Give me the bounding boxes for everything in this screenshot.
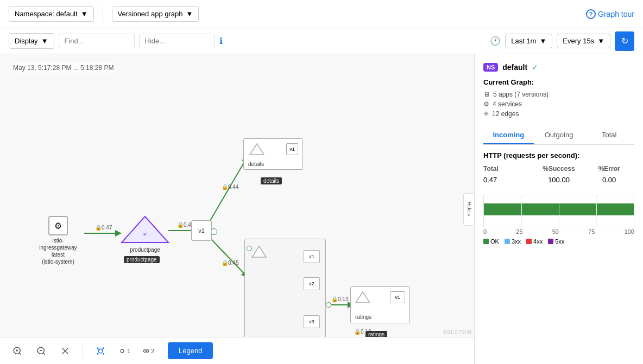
svg-line-2: [209, 157, 247, 222]
svg-marker-23: [250, 144, 264, 155]
gridline-25: [521, 195, 522, 227]
legend-4xx-label: 4xx: [533, 238, 543, 245]
hide-label: Hide: [467, 202, 472, 212]
services-label: 4 services: [493, 100, 522, 108]
legend-4xx-dot: [526, 239, 532, 244]
graph-type-dropdown-icon: ▼: [186, 10, 193, 18]
services-info: ⚙ 4 services: [483, 100, 634, 108]
ns-check-icon: ✓: [532, 63, 538, 72]
axis-0: 0: [483, 228, 487, 235]
reviews-box[interactable]: v1 v2 v3 reviews: [244, 239, 326, 347]
connector-circle-2: [247, 246, 252, 251]
node1-count: 1: [127, 348, 130, 354]
toolbar-separator: [83, 344, 83, 357]
svg-text:🔒0.47: 🔒0.47: [95, 224, 112, 231]
connector-circle: [211, 228, 217, 235]
time-range-dropdown-icon: ▼: [539, 37, 546, 45]
edges-info: ✳ 12 edges: [483, 110, 634, 118]
second-bar-left: Display ▼ ℹ: [9, 33, 223, 49]
metrics-header: Total %Success %Error: [483, 165, 634, 173]
node1-button[interactable]: 1: [116, 342, 133, 360]
legend-5xx: 5xx: [548, 238, 564, 245]
http-title: HTTP (requests per second):: [483, 151, 634, 159]
node2-button[interactable]: 2: [140, 342, 157, 360]
chart-container: [483, 195, 634, 227]
graph-type-dropdown[interactable]: Versioned app graph ▼: [112, 6, 199, 22]
legend-4xx: 4xx: [526, 238, 543, 245]
display-label: Display: [15, 37, 38, 45]
ratings-box[interactable]: v1 ratings: [350, 286, 410, 323]
svg-text:🔒0.13: 🔒0.13: [331, 296, 349, 303]
refresh-icon: ↻: [621, 36, 628, 46]
graph-type-label: Versioned app graph: [118, 10, 183, 18]
ratings-label: ratings: [355, 314, 371, 320]
svg-line-29: [20, 353, 21, 354]
hide-panel-toggle[interactable]: Hide »: [463, 193, 474, 226]
productpage-node[interactable]: P: [121, 215, 169, 245]
history-icon: 🕐: [490, 36, 501, 46]
node-icon: [96, 346, 105, 356]
legend-label: Legend: [179, 347, 202, 355]
legend-ok-dot: [483, 239, 489, 244]
legend-button[interactable]: Legend: [168, 342, 213, 359]
graph-area[interactable]: May 13, 5:17:28 PM ... 5:18:28 PM: [0, 54, 475, 364]
svg-point-44: [146, 349, 149, 352]
istio-gateway-label: istio-ingressgatewaylatest(istio-system): [34, 237, 83, 265]
svg-text:🔒0.44: 🔒0.44: [222, 183, 239, 190]
svg-point-39: [103, 353, 104, 354]
node2-label-group: 2: [142, 347, 154, 355]
time-range-dropdown[interactable]: Last 1m ▼: [505, 34, 552, 48]
node-icon-button[interactable]: [92, 342, 109, 360]
graph-tour-link[interactable]: ? Graph tour: [586, 9, 634, 19]
main-content: May 13, 5:17:28 PM ... 5:18:28 PM: [0, 54, 643, 364]
col-error-header: %Error: [584, 165, 634, 173]
axis-100: 100: [625, 228, 634, 235]
current-graph-title: Current Graph:: [483, 78, 634, 86]
graph-tour-label: Graph tour: [598, 10, 634, 18]
col-success-header: %Success: [534, 165, 584, 173]
istio-gateway-node[interactable]: ⚙ istio-ingressgatewaylatest(istio-syste…: [34, 216, 83, 265]
hide-input[interactable]: [139, 34, 215, 48]
tab-outgoing[interactable]: Outgoing: [534, 126, 584, 144]
tab-total[interactable]: Total: [584, 126, 634, 144]
axis-75: 75: [588, 228, 595, 235]
tab-incoming-label: Incoming: [493, 131, 524, 139]
top-bar-right: ? Graph tour: [586, 9, 634, 19]
chart-area: 0 25 50 75 100 OK 3xx 4xx: [483, 195, 634, 245]
chart-axis: 0 25 50 75 100: [483, 228, 634, 235]
details-box[interactable]: v1 details: [243, 138, 303, 170]
zoom-out-button[interactable]: [33, 342, 50, 360]
center-v1-node[interactable]: v1: [191, 220, 212, 241]
find-input[interactable]: [59, 34, 135, 48]
svg-point-36: [97, 347, 98, 349]
refresh-button[interactable]: ↻: [615, 31, 634, 51]
zoom-in-button[interactable]: [9, 342, 26, 360]
expand-icon: »: [466, 213, 472, 216]
reset-button[interactable]: [56, 342, 74, 360]
productpage-triangle: P: [121, 215, 169, 244]
total-value: 0.47: [483, 176, 534, 184]
ns-header: NS default ✓: [483, 63, 634, 72]
reviews-v2-label: v2: [309, 281, 314, 286]
namespace-dropdown[interactable]: Namespace: default ▼: [9, 6, 94, 22]
tab-incoming[interactable]: Incoming: [483, 126, 534, 144]
svg-point-42: [121, 349, 124, 353]
productpage-tooltip: productpage: [124, 256, 160, 263]
interval-dropdown[interactable]: Every 15s ▼: [557, 34, 610, 48]
svg-text:🔒0.45: 🔒0.45: [222, 259, 239, 266]
zoom-in-icon: [12, 346, 22, 356]
productpage-version-label: productpage: [121, 247, 169, 253]
top-bar-left: Namespace: default ▼ Versioned app graph…: [9, 5, 199, 23]
namespace-dropdown-icon: ▼: [81, 10, 88, 18]
namespace-name: default: [502, 63, 527, 72]
edges-icon: ✳: [483, 110, 489, 118]
svg-line-3: [211, 239, 247, 277]
chart-legend: OK 3xx 4xx 5xx: [483, 238, 634, 245]
gridline-50: [559, 195, 559, 227]
display-dropdown[interactable]: Display ▼: [9, 33, 54, 49]
info-icon: ℹ: [219, 36, 223, 46]
svg-marker-24: [252, 246, 266, 257]
legend-3xx: 3xx: [505, 238, 521, 245]
apps-label: 5 apps (7 versions): [493, 91, 549, 98]
reviews-v3-label: v3: [309, 319, 314, 324]
